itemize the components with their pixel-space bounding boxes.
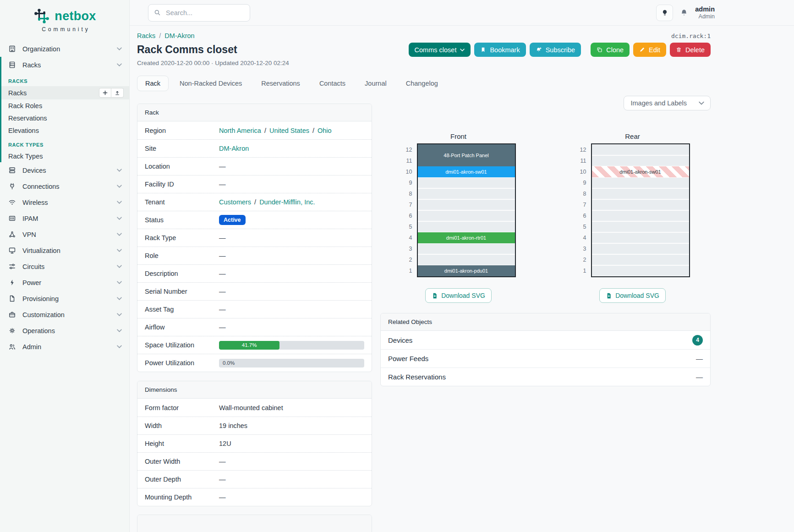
empty-rack-unit[interactable]	[592, 232, 689, 243]
tab-changelog[interactable]: Changelog	[398, 76, 446, 91]
sidebar-item-wireless[interactable]: Wireless	[0, 194, 129, 210]
empty-rack-unit[interactable]	[592, 155, 689, 166]
theme-toggle-button[interactable]	[656, 5, 673, 21]
sidebar-item-customization[interactable]: Customization	[0, 307, 129, 323]
empty-rack-unit[interactable]	[592, 221, 689, 232]
empty-rack-unit[interactable]	[592, 265, 689, 276]
sidebar-item-devices[interactable]: Devices	[0, 162, 129, 178]
sidebar-item-connections[interactable]: Connections	[0, 178, 129, 194]
edit-button[interactable]: Edit	[633, 43, 666, 57]
import-racks-button[interactable]	[111, 88, 124, 98]
sidebar-item-rack-roles[interactable]: Rack Roles	[1, 99, 129, 112]
sidebar-item-virtualization[interactable]: Virtualization	[0, 242, 129, 258]
region-link[interactable]: North America	[219, 127, 261, 134]
chevron-down-icon	[117, 233, 122, 236]
object-reference: dcim.rack:1	[671, 33, 711, 39]
building-icon	[8, 45, 16, 53]
sidebar-item-operations[interactable]: Operations	[0, 323, 129, 339]
tenant-group-link[interactable]: Customers	[219, 198, 251, 206]
chevron-down-icon	[117, 345, 122, 348]
table-row: Status Active	[137, 211, 372, 229]
empty-rack-unit[interactable]	[418, 188, 515, 199]
sidebar: netbox Community Organization Racks	[0, 0, 130, 532]
rack-group-dropdown[interactable]: Comms closet	[409, 43, 471, 57]
related-rack-reservations-link[interactable]: Rack Reservations	[388, 373, 446, 381]
add-rack-button[interactable]	[99, 88, 111, 98]
sidebar-item-circuits[interactable]: Circuits	[0, 258, 129, 274]
notifications-button[interactable]	[680, 9, 688, 17]
download-svg-front-button[interactable]: Download SVG	[425, 288, 492, 303]
sidebar-item-elevations[interactable]: Elevations	[1, 124, 129, 137]
tab-non-racked-devices[interactable]: Non-Racked Devices	[171, 76, 250, 91]
site-link[interactable]: DM-Akron	[219, 145, 249, 152]
chevron-down-icon	[117, 47, 122, 50]
dimensions-panel: Dimensions Form factor Wall-mounted cabi…	[137, 381, 372, 506]
empty-rack-unit[interactable]	[418, 210, 515, 221]
region-link[interactable]: Ohio	[318, 127, 332, 134]
tab-bar: Rack Non-Racked Devices Reservations Con…	[137, 76, 711, 91]
delete-button[interactable]: Delete	[670, 43, 711, 57]
empty-rack-unit[interactable]	[592, 210, 689, 221]
rear-elevation: Rear 121110987654321 dmi01-akron-sw01	[575, 132, 690, 303]
empty-rack-unit[interactable]	[592, 177, 689, 188]
tenant-link[interactable]: Dunder-Mifflin, Inc.	[259, 198, 315, 206]
rear-unit-rail: 121110987654321	[575, 144, 586, 276]
search-input[interactable]	[165, 9, 244, 17]
tab-reservations[interactable]: Reservations	[253, 76, 308, 91]
chevron-down-icon	[117, 265, 122, 268]
related-devices-link[interactable]: Devices	[388, 336, 412, 344]
empty-rack-unit[interactable]	[418, 254, 515, 265]
chevron-down-icon	[117, 169, 122, 172]
sidebar-item-rack-types[interactable]: Rack Types	[1, 150, 129, 162]
sidebar-item-label: Connections	[22, 183, 60, 190]
rack-device[interactable]: dmi01-akron-rtr01	[418, 232, 515, 243]
sidebar-item-racks[interactable]: Racks	[1, 86, 129, 99]
empty-rack-unit[interactable]	[418, 243, 515, 254]
sidebar-item-ipam[interactable]: IPAM	[0, 210, 129, 226]
chevron-down-icon	[117, 201, 122, 204]
sidebar-item-organization[interactable]: Organization	[0, 41, 129, 57]
empty-rack-unit[interactable]	[592, 188, 689, 199]
table-row: Space Utilization 41.7%	[137, 336, 372, 354]
related-power-feeds-link[interactable]: Power Feeds	[388, 355, 428, 362]
sidebar-item-label: Wireless	[22, 199, 48, 206]
netbox-logo[interactable]: netbox Community	[0, 0, 129, 33]
sidebar-item-label: Racks	[22, 61, 41, 69]
tab-contacts[interactable]: Contacts	[311, 76, 354, 91]
empty-rack-unit[interactable]	[592, 243, 689, 254]
rack-device[interactable]: dmi01-akron-sw01	[418, 166, 515, 177]
sidebar-item-provisioning[interactable]: Provisioning	[0, 291, 129, 307]
empty-rack-unit[interactable]	[418, 177, 515, 188]
sidebar-item-admin[interactable]: Admin	[0, 339, 129, 355]
empty-rack-unit[interactable]	[418, 199, 515, 210]
breadcrumb-racks-link[interactable]: Racks	[137, 32, 155, 39]
sidebar-item-label: Operations	[22, 327, 55, 335]
rack-device[interactable]: 48-Port Patch Panel	[418, 144, 515, 166]
next-panel-partial	[137, 515, 372, 532]
tab-journal[interactable]: Journal	[356, 76, 395, 91]
empty-rack-unit[interactable]	[418, 221, 515, 232]
breadcrumb-site-link[interactable]: DM-Akron	[164, 32, 194, 39]
clone-button[interactable]: Clone	[591, 43, 630, 57]
download-svg-rear-button[interactable]: Download SVG	[599, 288, 666, 303]
bookmark-button[interactable]: Bookmark	[474, 43, 526, 57]
empty-rack-unit[interactable]	[592, 144, 689, 155]
table-row: Power Utilization 0.0%	[137, 354, 372, 372]
table-row: Height 12U	[137, 434, 372, 452]
empty-rack-unit[interactable]	[592, 199, 689, 210]
sidebar-item-racks-group[interactable]: Racks	[1, 57, 129, 73]
sidebar-item-power[interactable]: Power	[0, 274, 129, 291]
rack-device[interactable]: dmi01-akron-sw01	[592, 166, 689, 177]
action-buttons: Comms closet Bookmark Subscribe Clone	[409, 43, 711, 57]
empty-rack-unit[interactable]	[592, 254, 689, 265]
subscribe-button[interactable]: Subscribe	[530, 43, 581, 57]
chevron-down-icon	[699, 101, 704, 105]
elevation-view-select[interactable]: Images and Labels	[624, 96, 711, 110]
region-link[interactable]: United States	[269, 127, 309, 134]
tab-rack[interactable]: Rack	[137, 76, 169, 91]
sidebar-item-reservations[interactable]: Reservations	[1, 112, 129, 124]
sidebar-item-vpn[interactable]: VPN	[0, 226, 129, 242]
user-menu[interactable]: admin Admin	[695, 5, 715, 20]
related-objects-row: Power Feeds —	[381, 349, 710, 367]
rack-device[interactable]: dmi01-akron-pdu01	[418, 265, 515, 276]
